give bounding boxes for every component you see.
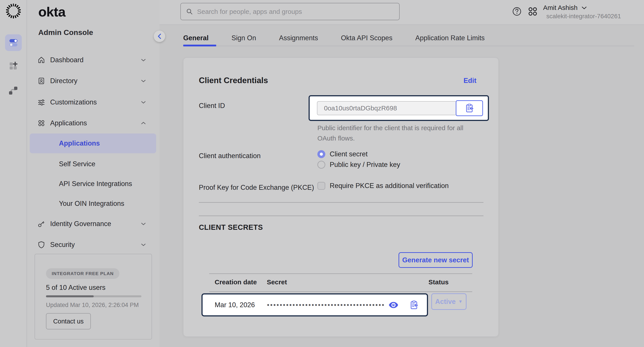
sidebar-subitem-applications[interactable]: Applications bbox=[30, 134, 156, 153]
client-id-value[interactable]: 0oa10us0rtaDGbqzR698 bbox=[317, 101, 456, 115]
help-icon[interactable] bbox=[512, 6, 522, 16]
chevron-left-icon bbox=[157, 34, 162, 39]
radio-client-secret[interactable]: Client secret bbox=[318, 150, 368, 158]
reveal-secret-button[interactable] bbox=[388, 302, 398, 308]
copy-client-id-button[interactable] bbox=[456, 100, 483, 116]
client-credentials-card: Client Credentials Edit Client ID 0oa10u… bbox=[183, 58, 498, 337]
okta-wordmark: okta bbox=[38, 4, 65, 20]
usage-progress-fill bbox=[46, 295, 94, 297]
chevron-down-icon bbox=[141, 101, 146, 104]
edit-link[interactable]: Edit bbox=[464, 77, 476, 85]
tab-general[interactable]: General bbox=[183, 29, 208, 42]
tab-okta-api-scopes[interactable]: Okta API Scopes bbox=[341, 29, 392, 42]
plan-badge: INTEGRATOR FREE PLAN bbox=[46, 268, 120, 279]
tabs-divider bbox=[183, 46, 634, 46]
sidebar-item-customizations[interactable]: Customizations bbox=[27, 92, 160, 112]
secret-creation-date: Mar 10, 2026 bbox=[215, 301, 255, 309]
tab-bar: General Sign On Assignments Okta API Sco… bbox=[183, 25, 485, 46]
eye-icon bbox=[388, 302, 398, 308]
chevron-up-icon bbox=[141, 122, 146, 125]
column-header-creation-date: Creation date bbox=[215, 278, 257, 286]
card-title: Client Credentials bbox=[199, 76, 268, 85]
client-secrets-heading: CLIENT SECRETS bbox=[199, 223, 263, 232]
section-divider bbox=[199, 202, 484, 203]
add-app-icon[interactable] bbox=[8, 61, 18, 71]
global-search[interactable] bbox=[180, 3, 400, 20]
shield-icon bbox=[38, 241, 45, 249]
topbar: Amit Ashish scalekit-integrator-7640261 bbox=[160, 0, 644, 25]
checkbox-unchecked-icon[interactable] bbox=[318, 182, 325, 190]
sidebar-collapse-button[interactable] bbox=[154, 30, 165, 42]
directory-icon bbox=[38, 77, 45, 85]
radio-selected-icon bbox=[318, 150, 325, 158]
apps-grid-icon bbox=[38, 119, 45, 127]
tab-application-rate-limits[interactable]: Application Rate Limits bbox=[415, 29, 484, 42]
sidebar: okta Admin Console Dashboard Directory bbox=[27, 0, 160, 347]
caret-down-icon: ▼ bbox=[458, 299, 463, 304]
sidebar-subitem-your-oin-integrations[interactable]: Your OIN Integrations bbox=[30, 194, 156, 214]
pkce-label: Proof Key for Code Exchange (PKCE) bbox=[199, 184, 314, 192]
client-id-highlight-box: 0oa10us0rtaDGbqzR698 bbox=[308, 95, 489, 121]
user-name: Amit Ashish bbox=[543, 4, 578, 12]
client-id-help-text: Public identifier for the client that is… bbox=[318, 123, 478, 143]
clipboard-copy-icon bbox=[465, 104, 474, 113]
app-switcher-icon[interactable] bbox=[528, 6, 538, 17]
pkce-checkbox-row[interactable]: Require PKCE as additional verification bbox=[318, 182, 449, 190]
active-tab-indicator bbox=[183, 45, 216, 46]
sidebar-item-directory[interactable]: Directory bbox=[27, 70, 160, 91]
secret-row-highlight-box: Mar 10, 2026 •••••••••••••••••••••••••••… bbox=[202, 293, 428, 316]
sidebar-item-dashboard[interactable]: Dashboard bbox=[27, 50, 160, 70]
chevron-down-icon bbox=[141, 58, 146, 62]
sidebar-item-identity-governance[interactable]: Identity Governance bbox=[27, 213, 160, 234]
plan-card: INTEGRATOR FREE PLAN 5 of 10 Active user… bbox=[34, 254, 152, 340]
main-content: General Sign On Assignments Okta API Sco… bbox=[160, 25, 644, 347]
contact-us-button[interactable]: Contact us bbox=[46, 313, 91, 330]
active-users-count: 5 of 10 Active users bbox=[46, 284, 106, 292]
secret-status-dropdown[interactable]: Active ▼ bbox=[431, 293, 466, 310]
chevron-down-icon bbox=[141, 243, 146, 246]
column-header-secret: Secret bbox=[267, 278, 287, 286]
console-title: Admin Console bbox=[38, 28, 93, 37]
sidebar-subitem-api-service-integrations[interactable]: API Service Integrations bbox=[30, 174, 156, 194]
tab-assignments[interactable]: Assignments bbox=[279, 29, 318, 42]
key-icon bbox=[38, 220, 45, 228]
chevron-down-icon bbox=[141, 80, 146, 82]
sidebar-subitem-self-service[interactable]: Self Service bbox=[30, 154, 156, 174]
chevron-down-icon bbox=[582, 6, 587, 10]
table-divider-bottom bbox=[209, 291, 472, 292]
generate-new-secret-button[interactable]: Generate new secret bbox=[398, 252, 473, 268]
search-icon bbox=[186, 8, 193, 15]
column-header-status: Status bbox=[428, 278, 449, 286]
tab-sign-on[interactable]: Sign On bbox=[232, 29, 256, 42]
table-divider-top bbox=[209, 273, 472, 274]
search-input[interactable] bbox=[197, 8, 390, 16]
rail-item-admin-active[interactable] bbox=[5, 34, 22, 51]
sidebar-item-security[interactable]: Security bbox=[27, 234, 160, 255]
home-icon bbox=[38, 56, 45, 64]
icon-rail bbox=[0, 0, 27, 347]
masked-secret-value: ••••••••••••••••••••••••••••••••••••• bbox=[267, 301, 385, 309]
toggles-icon bbox=[8, 38, 18, 48]
client-authentication-label: Client authentication bbox=[199, 152, 261, 160]
okta-spinner-logo bbox=[6, 3, 21, 19]
org-identifier: scalekit-integrator-7640261 bbox=[546, 13, 621, 20]
sliders-icon bbox=[38, 98, 45, 106]
usage-progress-bar bbox=[46, 295, 142, 297]
clipboard-copy-icon bbox=[410, 300, 418, 310]
plan-updated-timestamp: Updated Mar 10, 2026, 2:26:04 PM bbox=[46, 302, 139, 308]
sidebar-item-applications[interactable]: Applications bbox=[27, 112, 160, 134]
radio-unselected-icon bbox=[318, 161, 325, 169]
chevron-down-icon bbox=[141, 222, 146, 226]
user-menu[interactable]: Amit Ashish bbox=[543, 4, 587, 12]
section-divider bbox=[199, 216, 484, 216]
workflows-icon[interactable] bbox=[8, 85, 18, 96]
radio-public-private-key[interactable]: Public key / Private key bbox=[318, 161, 400, 169]
copy-secret-button[interactable] bbox=[410, 300, 418, 310]
client-id-label: Client ID bbox=[199, 102, 225, 110]
